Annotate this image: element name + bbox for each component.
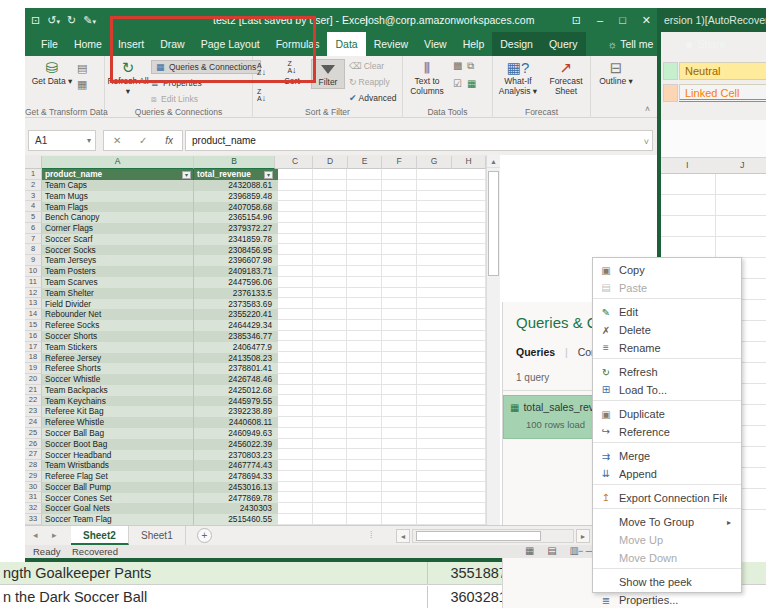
table-row[interactable]: Team Stickers 2406477.9 xyxy=(42,342,278,353)
close-button[interactable]: ✕ xyxy=(642,14,651,27)
cell-revenue[interactable]: 2478694.33 xyxy=(194,471,275,482)
cell-revenue[interactable]: 2440608.11 xyxy=(194,417,275,428)
cell-product[interactable]: Referee Shorts xyxy=(42,363,194,374)
cell-revenue[interactable]: 2376133.5 xyxy=(194,288,275,299)
outline-button[interactable]: ⊟ Outline ▾ xyxy=(594,59,638,87)
maximize-button[interactable]: □ xyxy=(619,14,626,26)
table-row[interactable]: Soccer Team Flag 2515460.55 xyxy=(42,514,278,525)
table-row[interactable]: Soccer Headband 2370803.23 xyxy=(42,450,278,461)
collapse-ribbon-icon[interactable]: ˄ xyxy=(645,104,650,114)
existing-connections-icon[interactable]: ▦ xyxy=(77,78,87,91)
cancel-icon[interactable]: ✕ xyxy=(113,135,121,146)
filter-button[interactable]: Filter xyxy=(311,59,345,89)
cell-product[interactable]: Corner Flags xyxy=(42,223,194,234)
row-header[interactable]: 5 xyxy=(25,212,42,223)
table-row[interactable]: Team Keychains 2445979.55 xyxy=(42,396,278,407)
pen-mode-icon[interactable]: ✎▾ xyxy=(83,14,96,27)
minimize-button[interactable]: – xyxy=(597,14,603,26)
forecast-sheet-button[interactable]: ↗ Forecast Sheet xyxy=(543,59,589,97)
row-header[interactable]: 21 xyxy=(25,385,42,396)
table-row[interactable]: Soccer Whistle 2426748.46 xyxy=(42,374,278,385)
row-header[interactable]: 27 xyxy=(25,449,42,460)
cell-revenue[interactable]: 2515460.55 xyxy=(194,514,275,525)
cell-product[interactable]: Soccer Cones Set xyxy=(42,493,194,504)
row-header[interactable]: 32 xyxy=(25,503,42,514)
reapply-button[interactable]: ↻Reapply xyxy=(349,77,390,87)
menu-item[interactable]: Move To Group ▸ xyxy=(593,513,741,531)
row-header[interactable]: 24 xyxy=(25,417,42,428)
redo-icon[interactable]: ↻ xyxy=(67,14,76,27)
row-header[interactable]: 12 xyxy=(25,288,42,299)
cell-revenue[interactable]: 2413508.23 xyxy=(194,353,275,364)
column-header[interactable]: E xyxy=(348,156,382,169)
enter-icon[interactable]: ✓ xyxy=(139,135,147,146)
what-if-analysis-button[interactable]: ▦? What-If Analysis ▾ xyxy=(495,59,541,97)
menu-item[interactable]: ▣ Duplicate xyxy=(593,405,741,423)
cell-revenue[interactable]: 2396859.48 xyxy=(194,191,275,202)
cell-product[interactable]: Soccer Headband xyxy=(42,450,194,461)
consolidate-icon[interactable]: ▦ xyxy=(467,78,476,89)
share-button[interactable]: ☻Share xyxy=(675,32,733,56)
row-header[interactable]: 25 xyxy=(25,428,42,439)
row-header[interactable]: 26 xyxy=(25,439,42,450)
menu-item[interactable]: ▤ Paste xyxy=(593,279,741,299)
table-row[interactable]: Referee Whistle 2440608.11 xyxy=(42,417,278,428)
menu-item[interactable]: ⊞ Load To... xyxy=(593,381,741,401)
ribbon-tab[interactable]: Home xyxy=(66,32,110,56)
table-row[interactable]: Team Caps 2432088.61 xyxy=(42,180,278,191)
cell-product[interactable]: Bench Canopy xyxy=(42,212,194,223)
horizontal-scrollbar[interactable] xyxy=(412,529,574,543)
table-row[interactable]: Soccer Boot Bag 2456022.39 xyxy=(42,439,278,450)
row-header[interactable]: 22 xyxy=(25,395,42,406)
cell-product[interactable]: Soccer Scarf xyxy=(42,234,194,245)
table-row[interactable]: Soccer Socks 2308456.95 xyxy=(42,245,278,256)
ribbon-tab[interactable]: View xyxy=(416,32,455,56)
edit-links-button[interactable]: ⧈ Edit Links xyxy=(151,94,198,105)
cell-revenue[interactable]: 2464429.34 xyxy=(194,320,275,331)
sort-za-icon[interactable]: ZA↓ xyxy=(257,88,266,103)
row-header[interactable]: 9 xyxy=(25,255,42,266)
menu-item[interactable]: ⇉ Merge xyxy=(593,447,741,465)
cell-product[interactable]: Soccer Ball Pump xyxy=(42,482,194,493)
column-header[interactable]: A xyxy=(42,156,194,169)
cell-style-input-sliver[interactable] xyxy=(663,84,678,102)
cell-revenue[interactable]: 2341859.78 xyxy=(194,234,275,245)
filter-dropdown-icon[interactable]: ▾ xyxy=(264,171,273,179)
table-row[interactable]: Soccer Shorts 2385346.77 xyxy=(42,331,278,342)
row-header[interactable]: 30 xyxy=(25,482,42,493)
table-row[interactable]: Soccer Goal Nets 2430303 xyxy=(42,503,278,514)
cell-product[interactable]: Soccer Socks xyxy=(42,245,194,256)
cell-style-good-sliver[interactable] xyxy=(663,62,678,80)
menu-item[interactable]: ✎ Edit xyxy=(593,303,741,321)
row-header[interactable]: 10 xyxy=(25,266,42,277)
undo-icon[interactable]: ↺▾ xyxy=(47,14,60,27)
column-header[interactable]: H xyxy=(452,156,486,169)
cell-product[interactable]: Soccer Boot Bag xyxy=(42,439,194,450)
row-header[interactable]: 6 xyxy=(25,223,42,234)
row-header[interactable]: 18 xyxy=(25,352,42,363)
tab-queries[interactable]: Queries xyxy=(516,346,555,358)
tell-me-button[interactable]: ☼Tell me xyxy=(600,32,662,56)
cell-revenue[interactable]: 2365154.96 xyxy=(194,212,275,223)
row-header[interactable]: 1 xyxy=(25,169,42,180)
cell-revenue[interactable]: 2456022.39 xyxy=(194,439,275,450)
row-header[interactable]: 3 xyxy=(25,191,42,202)
cell-revenue[interactable]: 2355220.41 xyxy=(194,309,275,320)
menu-item[interactable]: ≣ Properties... xyxy=(593,591,741,608)
cell-revenue[interactable]: 2378801.41 xyxy=(194,363,275,374)
cell-product[interactable]: Referee Whistle xyxy=(42,417,194,428)
cell-revenue[interactable]: 2392238.89 xyxy=(194,406,275,417)
table-row[interactable]: Team Posters 2409183.71 xyxy=(42,266,278,277)
name-box[interactable]: A1 ▾ xyxy=(28,130,96,151)
table-row[interactable]: Team Mugs 2396859.48 xyxy=(42,191,278,202)
column-header[interactable]: G xyxy=(417,156,452,169)
row-header[interactable]: 33 xyxy=(25,514,42,525)
hscroll-right-icon[interactable]: ► xyxy=(576,529,590,543)
row-header[interactable]: 15 xyxy=(25,320,42,331)
table-row[interactable]: Referee Flag Set 2478694.33 xyxy=(42,471,278,482)
cell-product[interactable]: Soccer Goal Nets xyxy=(42,503,194,514)
vertical-scrollbar[interactable]: ▲ xyxy=(486,155,500,525)
table-row[interactable]: Soccer Ball Bag 2460949.63 xyxy=(42,428,278,439)
row-header[interactable]: 28 xyxy=(25,460,42,471)
name-box-dropdown-icon[interactable]: ▾ xyxy=(87,131,91,150)
